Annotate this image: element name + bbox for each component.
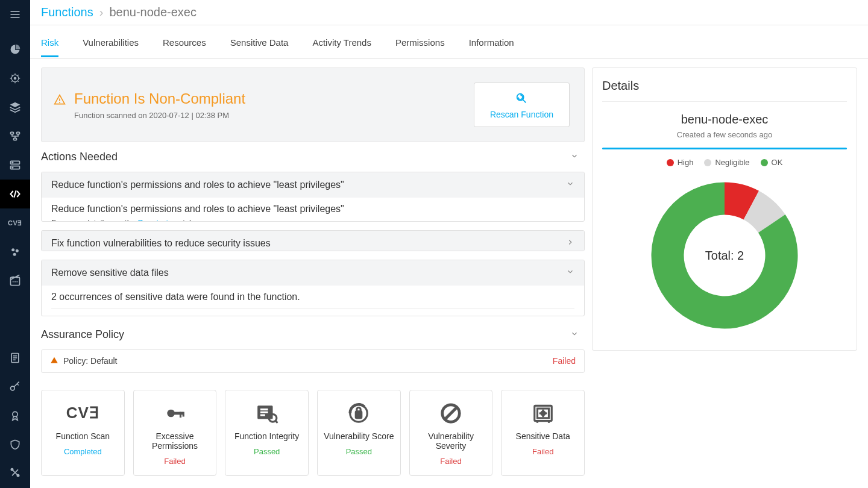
chart-legend: High Negligible OK <box>602 158 847 167</box>
status-badge: Passed <box>346 447 372 456</box>
breadcrumb-root[interactable]: Functions <box>41 5 93 19</box>
details-title: Details <box>602 79 847 102</box>
donut-chart: Total: 2 <box>602 174 847 337</box>
tab-information[interactable]: Information <box>469 27 514 57</box>
banner-subtitle: Function scanned on 2020-07-12 | 02:38 P… <box>74 111 245 120</box>
sidebar-shield-icon[interactable] <box>0 430 30 459</box>
sidebar-molecule-icon[interactable] <box>0 237 30 266</box>
details-panel: Details benu-node-exec Created a few sec… <box>592 67 857 351</box>
policy-bar: Policy: Default Failed <box>41 349 585 373</box>
action-footnote: For more details see the Sensitive Data … <box>51 315 574 316</box>
action-card-vulnerabilities: Fix function vulnerabilities to reduce s… <box>41 230 585 251</box>
warning-icon <box>50 356 58 366</box>
sidebar-menu-icon[interactable] <box>0 0 30 29</box>
chevron-down-icon <box>570 151 579 163</box>
integrity-icon <box>256 401 278 425</box>
chevron-down-icon <box>566 180 574 190</box>
sidebar-layers-icon[interactable] <box>0 93 30 122</box>
donut-total-label: Total: 2 <box>705 249 744 263</box>
svg-rect-44 <box>174 412 183 415</box>
action-body-text: Reduce function's permissions and roles … <box>51 204 574 214</box>
svg-line-11 <box>11 81 13 82</box>
svg-line-56 <box>445 407 457 419</box>
legend-item-high: High <box>667 158 694 167</box>
sidebar-cve-icon[interactable]: CVƎ <box>0 208 30 237</box>
chevron-down-icon <box>570 328 579 341</box>
assurance-section-title[interactable]: Assurance Policy <box>41 328 585 341</box>
details-divider <box>602 148 847 149</box>
status-badge: Completed <box>64 447 102 456</box>
permissions-link[interactable]: Permissions <box>138 218 181 222</box>
svg-rect-46 <box>183 412 184 417</box>
key-icon <box>163 401 186 425</box>
sidebar-calendar-icon[interactable] <box>0 266 30 295</box>
svg-rect-45 <box>180 412 181 418</box>
svg-line-20 <box>14 190 16 198</box>
rescan-button-label: Rescan Function <box>490 110 553 119</box>
status-badge: Failed <box>532 447 553 456</box>
assurance-card-excessive-permissions: Excessive Permissions Failed <box>133 390 217 476</box>
sidebar-ribbon-icon[interactable] <box>0 401 30 430</box>
breadcrumb-current: benu-node-exec <box>109 5 197 19</box>
rescan-button[interactable]: Rescan Function <box>474 83 570 127</box>
action-card-permissions: Reduce function's permissions and roles … <box>41 172 585 222</box>
action-header[interactable]: Reduce function's permissions and roles … <box>42 172 584 198</box>
details-function-name: benu-node-exec <box>602 113 847 127</box>
svg-rect-13 <box>11 132 14 134</box>
legend-item-negligible: Negligible <box>704 158 749 167</box>
tab-activity-trends[interactable]: Activity Trends <box>312 27 371 57</box>
sidebar-network-icon[interactable] <box>0 122 30 151</box>
svg-line-10 <box>17 75 19 76</box>
tab-vulnerabilities[interactable]: Vulnerabilities <box>83 27 139 57</box>
assurance-card-sensitive-data: Sensitive Data Failed <box>501 390 585 476</box>
action-card-sensitive-data: Remove sensitive data files 2 occurrence… <box>41 260 585 316</box>
vault-icon <box>532 401 555 425</box>
details-created: Created a few seconds ago <box>602 130 847 139</box>
sidebar-wheel-icon[interactable] <box>0 64 30 93</box>
status-badge: Failed <box>440 457 461 466</box>
sensitive-data-link[interactable]: Sensitive Data <box>138 315 189 316</box>
svg-point-37 <box>11 469 13 471</box>
policy-status: Failed <box>553 356 576 366</box>
svg-line-52 <box>275 421 277 423</box>
sidebar-tools-icon[interactable] <box>0 459 30 488</box>
tab-permissions[interactable]: Permissions <box>395 27 445 57</box>
sidebar-doc-icon[interactable] <box>0 343 30 372</box>
sidebar-key-icon[interactable] <box>0 372 30 401</box>
chevron-right-icon <box>566 238 574 249</box>
actions-section-title[interactable]: Actions Needed <box>41 151 585 163</box>
block-icon <box>439 401 462 425</box>
svg-point-4 <box>14 77 16 79</box>
compliance-banner: Function Is Non-Compliant Function scann… <box>41 67 585 142</box>
svg-point-59 <box>541 411 545 415</box>
assurance-card-vulnerability-severity: Vulnerability Severity Failed <box>409 390 493 476</box>
cve-icon: CVƎ <box>66 401 99 425</box>
svg-point-35 <box>11 386 15 390</box>
score-icon <box>347 401 370 425</box>
warning-icon <box>54 94 66 108</box>
tab-resources[interactable]: Resources <box>163 27 206 57</box>
sidebar-code-icon[interactable] <box>0 180 30 208</box>
action-header[interactable]: Remove sensitive data files <box>42 260 584 286</box>
tab-sensitive-data[interactable]: Sensitive Data <box>230 27 289 57</box>
svg-line-42 <box>523 99 526 103</box>
tab-risk[interactable]: Risk <box>41 27 58 57</box>
action-body-text: 2 occurrences of sensitive data were fou… <box>51 292 574 302</box>
sidebar-dashboard-icon[interactable] <box>0 35 30 64</box>
breadcrumb-separator: › <box>99 5 104 19</box>
svg-point-19 <box>12 167 13 168</box>
banner-title: Function Is Non-Compliant <box>74 90 245 107</box>
policy-label: Policy: Default <box>63 356 117 366</box>
action-footnote: For more details see the Permissions tab <box>51 218 574 222</box>
sidebar-server-icon[interactable] <box>0 151 30 180</box>
assurance-cards-row: CVƎ Function Scan Completed Excessive Pe… <box>41 390 585 476</box>
assurance-card-vulnerability-score: Vulnerability Score Passed <box>317 390 401 476</box>
tabs: Risk Vulnerabilities Resources Sensitive… <box>30 25 868 59</box>
svg-line-9 <box>11 75 13 76</box>
svg-point-23 <box>13 253 16 256</box>
svg-point-21 <box>11 248 14 251</box>
svg-point-38 <box>17 475 19 477</box>
action-header[interactable]: Fix function vulnerabilities to reduce s… <box>42 231 584 251</box>
sidebar: CVƎ <box>0 0 30 488</box>
legend-item-ok: OK <box>761 158 783 167</box>
